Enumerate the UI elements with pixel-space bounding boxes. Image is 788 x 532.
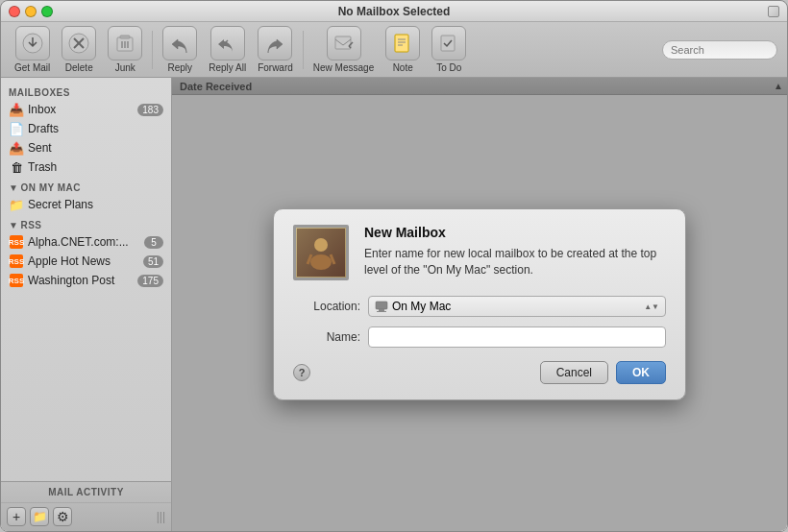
on-my-mac-label: ON MY MAC bbox=[20, 182, 81, 193]
inbox-label: Inbox bbox=[28, 103, 137, 116]
titlebar: No Mailbox Selected bbox=[1, 1, 787, 22]
mailboxes-header: MAILBOXES bbox=[1, 82, 171, 100]
washington-post-badge: 175 bbox=[137, 275, 163, 287]
sidebar-item-apple-hot-news[interactable]: RSS Apple Hot News 51 bbox=[3, 252, 169, 271]
location-select[interactable]: On My Mac ▲▼ bbox=[368, 296, 666, 317]
delete-button[interactable]: Delete bbox=[58, 24, 100, 75]
select-arrow-icon: ▲▼ bbox=[644, 302, 659, 311]
secret-plans-label: Secret Plans bbox=[28, 198, 163, 211]
trash-label: Trash bbox=[28, 160, 163, 174]
modal-overlay: New Mailbox Enter name for new local mai… bbox=[172, 78, 787, 531]
add-mailbox-button[interactable]: + bbox=[7, 507, 26, 526]
delete-icon bbox=[62, 26, 96, 60]
help-icon: ? bbox=[299, 367, 306, 378]
search-area bbox=[662, 40, 777, 60]
search-input[interactable] bbox=[662, 40, 777, 60]
washington-post-label: Washington Post bbox=[28, 274, 137, 287]
svg-point-17 bbox=[314, 238, 328, 252]
dialog-text-area: New Mailbox Enter name for new local mai… bbox=[364, 225, 666, 278]
get-mail-label: Get Mail bbox=[14, 62, 50, 73]
sidebar-bottom: MAIL ACTIVITY + 📁 ⚙ ||| bbox=[1, 481, 171, 531]
note-label: Note bbox=[393, 62, 413, 73]
window-controls bbox=[9, 6, 53, 17]
apple-hot-news-rss-icon: RSS bbox=[9, 254, 24, 269]
stamp bbox=[293, 225, 349, 280]
svg-line-19 bbox=[308, 254, 311, 264]
sidebar-item-inbox[interactable]: 📥 Inbox 183 bbox=[3, 100, 169, 119]
toolbar-separator-1 bbox=[152, 31, 153, 69]
junk-icon bbox=[108, 26, 142, 60]
sidebar-item-trash[interactable]: 🗑 Trash bbox=[3, 157, 169, 177]
dialog-title: New Mailbox bbox=[364, 225, 666, 240]
inbox-icon: 📥 bbox=[9, 102, 24, 117]
new-message-button[interactable]: New Message bbox=[309, 24, 378, 75]
drag-handle: ||| bbox=[157, 510, 165, 523]
note-button[interactable]: Note bbox=[382, 24, 424, 75]
on-my-mac-header: ▼ ON MY MAC bbox=[1, 177, 171, 195]
dialog-description: Enter name for new local mailbox to be c… bbox=[364, 246, 666, 278]
close-button[interactable] bbox=[9, 6, 20, 17]
svg-rect-5 bbox=[120, 36, 130, 38]
reply-all-button[interactable]: Reply All bbox=[205, 24, 250, 75]
main-window: No Mailbox Selected Get Mail bbox=[0, 0, 788, 532]
sidebar-item-washington-post[interactable]: RSS Washington Post 175 bbox=[3, 271, 169, 290]
toolbar-separator-2 bbox=[303, 31, 304, 69]
name-input[interactable] bbox=[368, 326, 666, 348]
add-icon: + bbox=[12, 509, 20, 524]
alpha-cnet-label: Alpha.CNET.com:... bbox=[28, 235, 144, 249]
svg-rect-21 bbox=[376, 302, 387, 309]
sidebar-scroll-area: MAILBOXES 📥 Inbox 183 📄 Drafts 📤 Sent 🗑 bbox=[1, 78, 171, 481]
rss-header: ▼ RSS bbox=[1, 214, 171, 232]
to-do-label: To Do bbox=[436, 62, 461, 73]
minimize-button[interactable] bbox=[25, 6, 37, 17]
gear-button[interactable]: ⚙ bbox=[53, 507, 72, 526]
inbox-badge: 183 bbox=[137, 104, 163, 116]
reply-all-label: Reply All bbox=[209, 62, 246, 73]
new-mailbox-dialog: New Mailbox Enter name for new local mai… bbox=[273, 208, 686, 400]
svg-rect-22 bbox=[379, 309, 384, 311]
svg-rect-9 bbox=[335, 36, 351, 49]
on-my-mac-disclosure[interactable]: ▼ bbox=[9, 182, 18, 193]
folder-button[interactable]: 📁 bbox=[30, 507, 49, 526]
sidebar: MAILBOXES 📥 Inbox 183 📄 Drafts 📤 Sent 🗑 bbox=[1, 78, 172, 531]
get-mail-icon bbox=[15, 26, 50, 60]
ok-button[interactable]: OK bbox=[616, 361, 666, 384]
get-mail-button[interactable]: Get Mail bbox=[11, 24, 54, 75]
maximize-button[interactable] bbox=[41, 6, 53, 17]
washington-post-rss-icon: RSS bbox=[9, 273, 24, 288]
window-title: No Mailbox Selected bbox=[338, 5, 451, 18]
sidebar-item-drafts[interactable]: 📄 Drafts bbox=[3, 119, 169, 138]
mail-activity-label: MAIL ACTIVITY bbox=[1, 482, 171, 503]
rss-label: RSS bbox=[20, 220, 41, 230]
note-icon bbox=[385, 26, 420, 60]
to-do-button[interactable]: To Do bbox=[428, 24, 470, 75]
alpha-cnet-badge: 5 bbox=[144, 236, 163, 249]
sidebar-bottom-buttons: + 📁 ⚙ ||| bbox=[1, 503, 171, 530]
dialog-form: Location: On My Mac bbox=[293, 296, 666, 348]
trash-icon: 🗑 bbox=[9, 159, 24, 175]
sent-icon: 📤 bbox=[9, 140, 24, 156]
stamp-inner bbox=[297, 229, 345, 277]
cancel-button[interactable]: Cancel bbox=[540, 361, 608, 384]
dialog-icon bbox=[293, 225, 351, 282]
dialog-buttons: ? Cancel OK bbox=[293, 361, 666, 384]
sidebar-item-sent[interactable]: 📤 Sent bbox=[3, 138, 169, 157]
resize-handle[interactable] bbox=[768, 6, 779, 17]
junk-label: Junk bbox=[115, 62, 135, 73]
help-button[interactable]: ? bbox=[293, 364, 310, 381]
reply-label: Reply bbox=[167, 62, 192, 73]
junk-button[interactable]: Junk bbox=[104, 24, 146, 75]
sidebar-item-alpha-cnet[interactable]: RSS Alpha.CNET.com:... 5 bbox=[3, 232, 169, 252]
svg-rect-12 bbox=[395, 35, 408, 52]
forward-label: Forward bbox=[258, 62, 293, 73]
svg-rect-16 bbox=[441, 36, 455, 51]
rss-disclosure[interactable]: ▼ bbox=[9, 220, 18, 230]
sidebar-item-secret-plans[interactable]: 📁 Secret Plans bbox=[3, 195, 169, 214]
dialog-header: New Mailbox Enter name for new local mai… bbox=[293, 225, 666, 282]
svg-rect-23 bbox=[377, 311, 386, 312]
forward-icon bbox=[258, 26, 292, 60]
location-value: On My Mac bbox=[392, 300, 451, 313]
forward-button[interactable]: Forward bbox=[254, 24, 297, 75]
reply-button[interactable]: Reply bbox=[159, 24, 201, 75]
secret-plans-icon: 📁 bbox=[9, 197, 24, 212]
